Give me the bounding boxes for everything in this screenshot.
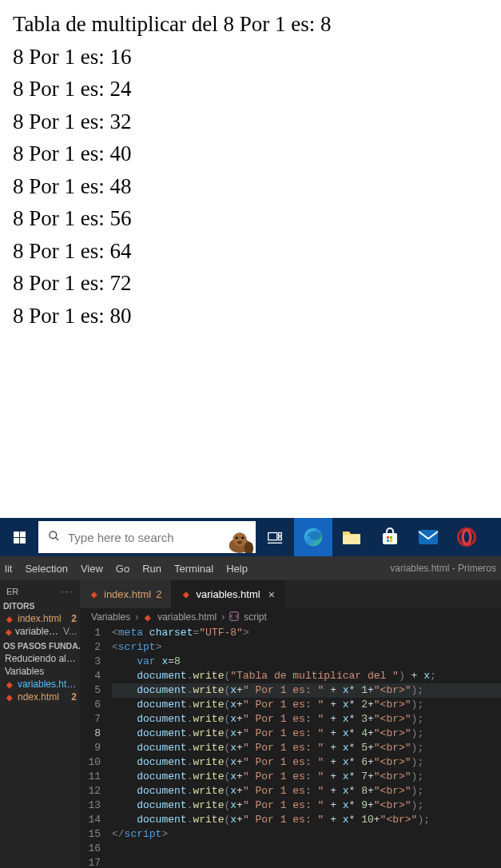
file-item[interactable]: ◈ ndex.html 2 bbox=[0, 691, 80, 703]
svg-point-3 bbox=[233, 532, 246, 546]
tab-index[interactable]: ◈ index.html 2 bbox=[80, 580, 172, 608]
more-icon[interactable]: ··· bbox=[62, 587, 74, 596]
file-explorer-icon[interactable] bbox=[332, 518, 371, 556]
open-editors-head[interactable]: DITORS bbox=[0, 598, 80, 612]
line-gutter: 12345678910111213141516171819 bbox=[80, 626, 112, 868]
task-view-button[interactable] bbox=[256, 518, 294, 556]
svg-rect-10 bbox=[279, 537, 282, 540]
menu-help[interactable]: Help bbox=[226, 563, 248, 575]
opera-icon[interactable] bbox=[447, 518, 486, 556]
folder-head[interactable]: OS PASOS FUNDA... bbox=[0, 638, 80, 652]
open-editor-item[interactable]: ◈ index.html 2 bbox=[0, 612, 80, 625]
mail-icon[interactable] bbox=[409, 518, 447, 556]
tab-variables[interactable]: ◈ variables.html × bbox=[172, 580, 284, 608]
svg-rect-8 bbox=[268, 533, 277, 540]
svg-rect-13 bbox=[343, 535, 360, 544]
svg-rect-17 bbox=[387, 540, 389, 542]
editor-column: ◈ index.html 2 ◈ variables.html × Variab… bbox=[80, 580, 501, 868]
folder-item[interactable]: Reduciendo altera... bbox=[0, 652, 80, 665]
svg-rect-18 bbox=[390, 540, 392, 542]
html5-icon: ◈ bbox=[89, 590, 99, 599]
open-editor-item[interactable]: ◈ variables.html V... bbox=[0, 625, 80, 638]
vscode-menubar: lit Selection View Go Run Terminal Help … bbox=[0, 556, 501, 580]
html5-icon: ◈ bbox=[5, 627, 12, 636]
html5-icon: ◈ bbox=[5, 693, 14, 702]
svg-rect-9 bbox=[279, 533, 282, 536]
vscode-window: lit Selection View Go Run Terminal Help … bbox=[0, 556, 501, 868]
microsoft-store-icon[interactable] bbox=[371, 518, 409, 556]
menu-terminal[interactable]: Terminal bbox=[174, 563, 213, 575]
svg-point-0 bbox=[50, 531, 57, 538]
breadcrumb[interactable]: Variables › ◈ variables.html › script bbox=[80, 608, 501, 626]
window-title: variables.html - Primeros bbox=[390, 563, 496, 574]
html5-icon: ◈ bbox=[181, 590, 191, 599]
windows-taskbar bbox=[0, 518, 501, 556]
svg-rect-16 bbox=[390, 536, 392, 539]
windows-icon bbox=[14, 532, 26, 543]
svg-point-6 bbox=[237, 541, 242, 544]
start-button[interactable] bbox=[0, 518, 38, 556]
search-beaver-icon bbox=[224, 521, 256, 553]
file-item-active[interactable]: ◈ variables.html bbox=[0, 678, 80, 691]
svg-point-4 bbox=[236, 537, 238, 540]
folder-item[interactable]: Variables bbox=[0, 665, 80, 678]
svg-rect-19 bbox=[419, 530, 438, 544]
menu-run[interactable]: Run bbox=[142, 563, 161, 575]
script-icon bbox=[229, 611, 239, 623]
desktop-bottom: lit Selection View Go Run Terminal Help … bbox=[0, 518, 501, 868]
taskbar-icons bbox=[256, 518, 486, 556]
search-input[interactable] bbox=[68, 531, 246, 544]
chevron-right-icon: › bbox=[221, 611, 225, 623]
explorer-head: ER ··· bbox=[0, 583, 80, 598]
multiplication-line: Tabla de multiplicar del 8 Por 1 es: 88 … bbox=[13, 12, 332, 328]
taskbar-search[interactable] bbox=[38, 521, 256, 553]
close-icon[interactable]: × bbox=[268, 588, 275, 601]
html5-icon: ◈ bbox=[5, 615, 14, 623]
menu-view[interactable]: View bbox=[81, 563, 103, 575]
svg-point-21 bbox=[463, 530, 471, 544]
svg-point-5 bbox=[241, 537, 244, 540]
edge-browser-icon[interactable] bbox=[294, 518, 332, 556]
html5-icon: ◈ bbox=[5, 680, 14, 689]
code-content[interactable]: <meta charset="UTF-8"><script> var x=8 d… bbox=[112, 626, 501, 868]
search-icon bbox=[48, 530, 60, 545]
html5-icon: ◈ bbox=[143, 613, 153, 622]
code-editor[interactable]: 12345678910111213141516171819 <meta char… bbox=[80, 626, 501, 868]
menu-go[interactable]: Go bbox=[116, 563, 129, 575]
vscode-sidebar: ER ··· DITORS ◈ index.html 2 ◈ variables… bbox=[0, 580, 80, 868]
svg-rect-15 bbox=[387, 536, 389, 539]
editor-tabs: ◈ index.html 2 ◈ variables.html × bbox=[80, 580, 501, 608]
chevron-right-icon: › bbox=[135, 611, 138, 623]
menu-edit[interactable]: lit bbox=[5, 563, 12, 575]
svg-line-1 bbox=[55, 537, 58, 540]
browser-output: Tabla de multiplicar del 8 Por 1 es: 88 … bbox=[0, 0, 501, 340]
menu-selection[interactable]: Selection bbox=[25, 563, 67, 575]
